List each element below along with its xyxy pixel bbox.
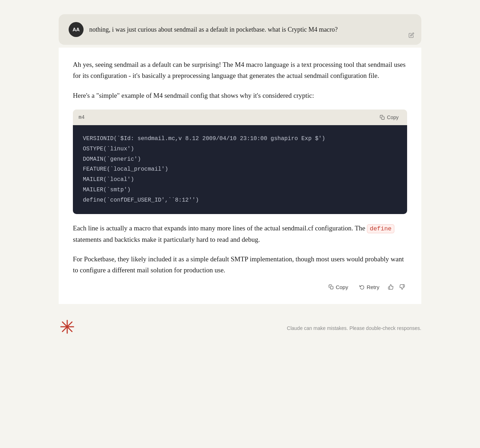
retry-button[interactable]: Retry (354, 282, 384, 293)
copy-response-button[interactable]: Copy (324, 282, 353, 293)
response-paragraph-3: Each line is actually a macro that expan… (73, 223, 407, 245)
edit-icon (409, 32, 414, 38)
claude-logo-icon (59, 318, 76, 335)
user-message: AA nothing, i was just curious about sen… (59, 14, 421, 45)
claude-logo (59, 318, 76, 338)
action-buttons-row: Copy Retry (73, 276, 407, 295)
thumbs-up-icon (388, 284, 394, 290)
code-block-header: m4 Copy (73, 110, 407, 125)
copy-icon (380, 115, 385, 120)
copy-response-icon (329, 284, 334, 289)
footer: Claude can make mistakes. Please double-… (44, 311, 436, 349)
response-paragraph-1: Ah yes, seeing sendmail as a default can… (73, 59, 407, 81)
inline-code-define: define (367, 224, 394, 233)
code-content: VERSIONID(`$Id: sendmail.mc,v 8.12 2009/… (83, 134, 397, 206)
code-block: VERSIONID(`$Id: sendmail.mc,v 8.12 2009/… (73, 125, 407, 214)
code-block-wrapper: m4 Copy VERSIONID(`$Id: sendmail.mc,v 8.… (73, 110, 407, 214)
thumbs-up-button[interactable] (386, 282, 396, 292)
response-paragraph-2: Here's a "simple" example of M4 sendmail… (73, 90, 407, 101)
avatar: AA (69, 22, 84, 37)
copy-code-button[interactable]: Copy (377, 113, 401, 122)
edit-message-button[interactable] (407, 31, 416, 41)
thumbs-down-icon (399, 284, 405, 290)
thumbs-down-button[interactable] (397, 282, 407, 292)
svg-rect-0 (382, 117, 385, 119)
svg-rect-1 (330, 286, 333, 289)
retry-icon (359, 284, 364, 289)
code-lang-label: m4 (79, 114, 85, 120)
footer-disclaimer: Claude can make mistakes. Please double-… (287, 325, 421, 331)
response-paragraph-4: For Pocketbase, they likely included it … (73, 254, 407, 276)
user-message-text: nothing, i was just curious about sendma… (89, 22, 338, 34)
ai-response: Ah yes, seeing sendmail as a default can… (59, 48, 421, 304)
